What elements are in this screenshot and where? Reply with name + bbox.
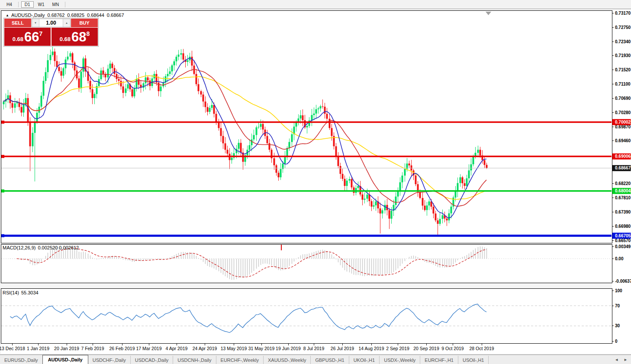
hline-handle[interactable] [1,155,4,158]
hline-handle[interactable] [1,189,4,192]
price-axis-label: 0.66980 [615,224,631,229]
rsi-pane [1,288,612,343]
tab-scroll-right-icon[interactable]: ► [624,358,628,362]
price-axis-label: 0.69460 [615,138,631,143]
date-axis-label: 13 Dec 2018 [0,346,25,351]
tab-usdchf-daily[interactable]: USDCHF-,Daily [88,356,131,364]
date-axis-label: 1 Jan 2019 [27,346,49,351]
chart-canvas[interactable]: 0.731700.727500.723400.719300.715200.711… [0,0,631,354]
date-axis-label: 20 Sep 2019 [413,346,439,351]
sell-price-prefix: 0.68 [13,36,23,42]
macd-pane [1,244,612,283]
date-axis-label: 20 Jan 2019 [54,346,79,351]
ohlc-open: 0.68762 [48,13,65,18]
date-axis-label: 2 Sep 2019 [386,346,409,351]
date-axis-label: 14 Aug 2019 [359,346,384,351]
price-axis-label: 0.72750 [615,25,631,30]
tab-eurusd-daily[interactable]: EURUSD-,Daily [0,356,43,364]
ohlc-high: 0.68825 [67,13,84,18]
rsi-label: RSI(14)55.3034 [3,290,41,295]
date-axis-label: 19 Jun 2019 [276,346,301,351]
hline-handle[interactable] [1,121,4,124]
price-axis-label: 0.72340 [615,39,631,44]
price-axis-label: 0.70690 [615,96,631,101]
date-axis-label: 7 Feb 2019 [81,346,104,351]
price-badge-label: 0.66705 [615,233,631,238]
tab-usoil-h1[interactable]: USOil-,H1 [458,356,489,364]
sell-price-display[interactable]: 0.68 66 7 [4,28,51,46]
date-axis-label: 4 Apr 2019 [166,346,188,351]
price-axis-label: 0.73170 [615,11,631,16]
date-axis-label: 24 Apr 2019 [193,346,217,351]
rsi-axis-label: 70 [615,303,620,308]
buy-price-display[interactable]: 0.68 68 8 [52,28,98,46]
tab-scroll-left-icon[interactable]: ◄ [615,358,618,362]
sell-button[interactable]: SELL [4,19,31,27]
volume-increase-button[interactable]: ▲ [63,19,70,27]
price-axis-label: 0.67810 [615,195,631,200]
macd-axis-label: -0.00637 [615,279,631,284]
date-axis-label: 26 Feb 2019 [109,346,135,351]
macd-values: 0.002520 0.002612 [38,245,79,250]
price-axis-label: 0.68220 [615,181,631,186]
price-badge-label: 0.69006 [615,154,631,159]
tab-gbpusd-h1[interactable]: GBPUSD-,H1 [311,356,349,364]
tab-xauusd-weekly[interactable]: XAUUSD-,Weekly [264,356,311,364]
rsi-name: RSI(14) [3,290,19,295]
tab-eurchf-weekly[interactable]: EURCHF-,Weekly [216,356,264,364]
price-badge-label: 0.70002 [615,120,631,125]
chart-title-symbol: AUDUSD-,Daily [11,13,45,18]
price-axis-label: 0.71100 [615,82,631,86]
price-badge-label: 0.68004 [615,188,631,193]
date-axis-label: 28 Oct 2019 [469,346,494,351]
tab-eurchf-h1[interactable]: EURCHF-,H1 [420,356,458,364]
price-axis-label: 0.71520 [615,67,631,72]
price-axis-label: 0.70280 [615,110,631,115]
buy-price-prefix: 0.68 [60,36,71,42]
buy-button[interactable]: BUY [71,19,98,27]
price-axis-label: 0.67390 [615,210,631,214]
buy-price-big: 68 [71,30,86,44]
symbol-tab-bar: EURUSD-,DailyAUDUSD-,DailyUSDCHF-,DailyU… [0,354,631,364]
tab-ukoil-h1[interactable]: UKOil-,H1 [349,356,380,364]
date-axis-label: 8 Jul 2019 [303,346,325,351]
tab-usdcad-daily[interactable]: USDCAD-,Daily [131,356,174,364]
ohlc-close: 0.68667 [107,13,124,18]
tab-scroll-arrows: ◄ ► [615,358,628,362]
tab-usdcnh-daily[interactable]: USDCNH-,Daily [173,356,216,364]
tab-usdx-weekly[interactable]: USDX-,Weekly [380,356,420,364]
macd-axis-label: 0.00 [615,256,624,261]
tab-audusd-daily[interactable]: AUDUSD-,Daily [42,355,88,364]
symbol-tabs: EURUSD-,DailyAUDUSD-,DailyUSDCHF-,DailyU… [0,355,489,364]
sell-price-big: 66 [24,30,39,44]
macd-label: MACD(12,26,9)0.002520 0.002612 [3,245,81,250]
one-click-trading-panel: SELL ▼ 1.00 ▲ BUY 0.68 66 7 0.68 68 8 [3,18,99,47]
price-badge-label: 0.68667 [615,166,631,170]
price-axis-label: 0.71930 [615,53,631,58]
date-axis-label: 31 May 2019 [248,346,275,351]
volume-decrease-button[interactable]: ▼ [32,19,39,27]
ohlc-low: 0.68644 [87,13,104,18]
macd-name: MACD(12,26,9) [3,245,35,250]
date-axis-label: 13 May 2019 [221,346,247,351]
date-axis-label: 26 Jul 2019 [331,346,354,351]
mt4-terminal: { "toolbar":{"timeframes":["H4","D1","W1… [0,0,631,364]
one-click-collapse-icon[interactable]: ▲ [6,13,9,17]
macd-axis-label: 0.00349 [615,244,631,249]
rsi-axis-label: 0 [615,339,618,344]
date-axis-label: 9 Oct 2019 [441,346,464,351]
date-axis-label: 17 Mar 2019 [136,346,162,351]
buy-price-pip: 8 [87,30,90,37]
rsi-axis-label: 100 [615,288,622,293]
rsi-axis-label: 30 [615,323,620,328]
rsi-value: 55.3034 [21,290,39,295]
sell-price-pip: 7 [39,30,43,37]
hline-handle[interactable] [1,234,4,237]
chart-title: ▲ AUDUSD-,Daily 0.68762 0.68825 0.68644 … [6,13,127,18]
volume-stepper: ▼ 1.00 ▲ [32,19,71,27]
volume-input[interactable]: 1.00 [39,19,63,27]
